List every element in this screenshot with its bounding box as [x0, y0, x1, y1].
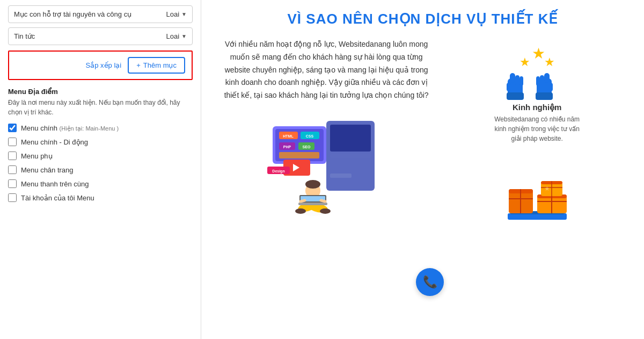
webdev-svg: HTML CSS PHP SEO	[257, 116, 396, 223]
checkbox-menu-thanhtren[interactable]	[8, 179, 17, 188]
svg-rect-18	[330, 174, 352, 178]
checkbox-row-4: Menu chân trang	[8, 165, 193, 174]
svg-line-30	[301, 200, 305, 201]
page-title: VÌ SAO NÊN CHỌN DỊCH VỤ THIẾT KẾ	[217, 11, 628, 27]
checkbox-label-3: Menu phụ	[21, 152, 53, 160]
svg-point-26	[305, 180, 320, 189]
svg-rect-39	[515, 75, 519, 86]
svg-text:SEO: SEO	[303, 145, 311, 149]
sapxeplai-link[interactable]: Sắp xếp lại	[86, 61, 122, 69]
left-panel: Mục con hỗ trợ tài nguyên và công cụ Loa…	[0, 0, 201, 339]
menu-location-desc: Đây là nơi menu này xuất hiện. Nếu bạn m…	[8, 98, 193, 117]
phone-button[interactable]: 📞	[416, 268, 444, 296]
svg-rect-48	[536, 92, 553, 100]
svg-text:★: ★	[544, 55, 555, 69]
menu-item-row-2: Tin tức Loai ▼	[8, 27, 193, 45]
star-hands-svg: ★ ★ ★	[502, 38, 572, 103]
svg-rect-15	[330, 154, 371, 158]
checkbox-menu-phu[interactable]	[8, 152, 17, 160]
svg-rect-41	[507, 83, 511, 91]
chevron-down-icon-2: ▼	[181, 33, 187, 39]
svg-rect-38	[510, 73, 515, 83]
svg-rect-27	[298, 203, 327, 205]
loai-dropdown-1[interactable]: Loai ▼	[166, 10, 187, 18]
boxes-svg: ★	[502, 160, 572, 224]
svg-rect-17	[330, 167, 365, 171]
svg-rect-47	[548, 83, 553, 91]
svg-rect-44	[544, 73, 550, 83]
loai-label-2: Loai	[166, 32, 180, 40]
checkbox-row-2: Menu chính - Di động	[8, 138, 193, 146]
svg-point-32	[295, 208, 306, 214]
svg-text:★: ★	[544, 185, 550, 192]
right-panel: VÌ SAO NÊN CHỌN DỊCH VỤ THIẾT KẾ Với nhi…	[201, 0, 644, 339]
right-content-col: ★ ★ ★	[446, 38, 628, 226]
them-muc-label: Thêm mục	[143, 61, 177, 69]
kinhnghiem-title: Kinh nghiệm	[513, 103, 562, 112]
checkbox-row-5: Menu thanh trên cùng	[8, 179, 193, 188]
webdev-illustration: HTML CSS PHP SEO	[217, 113, 435, 226]
left-content-col: Với nhiều năm hoạt động nỗ lực, Websited…	[217, 38, 435, 226]
svg-rect-16	[330, 161, 360, 165]
svg-line-31	[321, 200, 325, 201]
svg-rect-46	[536, 76, 540, 86]
them-muc-button[interactable]: + Thêm mục	[128, 57, 185, 74]
checkbox-menu-taikhoan[interactable]	[8, 193, 17, 202]
action-row: Sắp xếp lại + Thêm mục	[8, 51, 193, 80]
checkbox-row-6: Tài khoản của tôi Menu	[8, 193, 193, 202]
menu-item-row-1: Mục con hỗ trợ tài nguyên và công cụ Loa…	[8, 5, 193, 23]
menu-location-title: Menu Địa điểm	[8, 88, 193, 96]
checkbox-menu-chinh-didong[interactable]	[8, 138, 17, 146]
svg-rect-45	[540, 75, 544, 86]
svg-text:HTML: HTML	[283, 134, 294, 138]
svg-rect-14	[330, 125, 371, 152]
svg-text:★: ★	[519, 55, 530, 69]
svg-point-33	[320, 208, 331, 214]
kinhnghiem-section: ★ ★ ★	[494, 38, 580, 143]
checkbox-label-6: Tài khoản của tôi Menu	[21, 194, 94, 202]
menu-item-label-2: Tin tức	[14, 32, 166, 40]
svg-text:CSS: CSS	[306, 134, 314, 138]
svg-rect-10	[279, 152, 319, 158]
checkbox-row-1: Menu chính (Hiện tại: Main-Menu )	[8, 124, 193, 132]
checkbox-label-1: Menu chính (Hiện tại: Main-Menu )	[21, 124, 119, 132]
svg-text:Design: Design	[273, 169, 285, 174]
phone-icon: 📞	[423, 275, 437, 289]
menu-item-label-1: Mục con hỗ trợ tài nguyên và công cụ	[14, 10, 166, 18]
svg-text:★: ★	[532, 45, 545, 62]
checkbox-row-3: Menu phụ	[8, 152, 193, 160]
box-section: ★	[502, 160, 572, 224]
checkbox-label-5: Menu thanh trên cùng	[21, 180, 89, 188]
svg-text:PHP: PHP	[283, 145, 291, 149]
kinhnghiem-desc: Websitedanang có nhiều năm kinh nghiệm t…	[494, 114, 580, 143]
loai-label-1: Loai	[166, 10, 180, 18]
checkbox-menu-chantrang[interactable]	[8, 165, 17, 174]
checkbox-label-2: Menu chính - Di động	[21, 138, 88, 146]
checkbox-menu-chinh[interactable]	[8, 124, 17, 132]
right-content-area: Với nhiều năm hoạt động nỗ lực, Websited…	[217, 38, 628, 226]
chevron-down-icon-1: ▼	[181, 11, 187, 17]
svg-rect-42	[507, 92, 524, 100]
plus-icon: +	[136, 61, 141, 69]
svg-rect-40	[519, 76, 523, 86]
loai-dropdown-2[interactable]: Loai ▼	[166, 32, 187, 40]
main-description: Với nhiều năm hoạt động nỗ lực, Websited…	[217, 38, 435, 102]
checkbox-label-4: Menu chân trang	[21, 166, 74, 174]
